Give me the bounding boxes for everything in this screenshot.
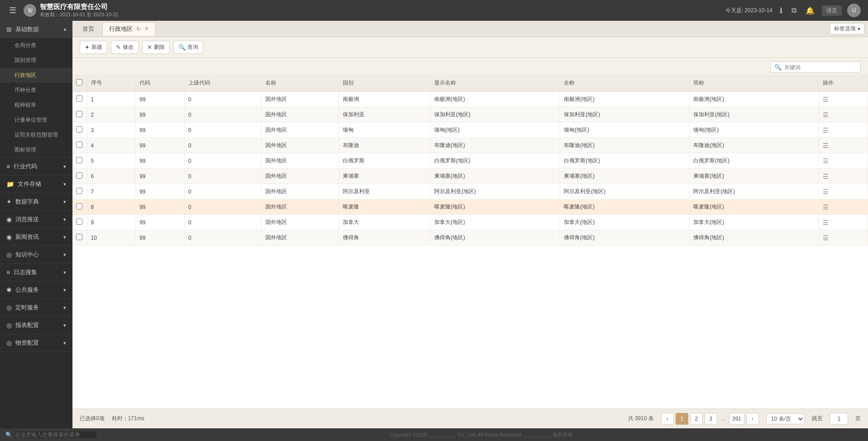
page-btn-3[interactable]: 3 xyxy=(705,413,717,425)
row-checkbox[interactable] xyxy=(76,126,82,133)
table-row: 3 99 0 国外地区 缅甸 缅甸(地区) 缅甸(地区) 缅甸(地区) ☰ xyxy=(72,123,868,138)
tag-selector[interactable]: 标签选项 ▾ xyxy=(830,23,864,34)
tab-close-icon[interactable]: ✕ xyxy=(144,26,149,32)
col-header-country: 国别 xyxy=(339,75,430,92)
date-info: 今天是: 2023-10-14 xyxy=(725,7,772,14)
row-checkbox[interactable] xyxy=(76,218,82,225)
sidebar-item-admin-area[interactable]: 行政地区 xyxy=(0,68,72,83)
chevron-icon-report: ▾ xyxy=(63,322,66,328)
page-prev-btn[interactable]: ‹ xyxy=(661,413,674,425)
hamburger-button[interactable]: ☰ xyxy=(7,4,18,17)
sidebar-item-unit-mgmt[interactable]: 计量单位管理 xyxy=(0,113,72,128)
chevron-icon-public: ▾ xyxy=(63,287,66,293)
row-checkbox[interactable] xyxy=(76,234,82,240)
sidebar-item-global-classify[interactable]: 全局分类 xyxy=(0,38,72,53)
delete-button[interactable]: ✕ 删除 xyxy=(142,41,170,54)
bell-icon-button[interactable]: 🔔 xyxy=(804,5,816,17)
logo-area: 智 智慧医疗有限责任公司 有效期：2021-10-01 至 2023-10-31 xyxy=(24,3,119,18)
sidebar-main-basic-data[interactable]: ⊞ 基础数据 ▾ xyxy=(0,21,72,38)
row-checkbox[interactable] xyxy=(76,188,82,194)
edit-button[interactable]: ✎ 修改 xyxy=(111,41,139,54)
sidebar-item-country-mgmt[interactable]: 国别管理 xyxy=(0,53,72,68)
language-button[interactable]: 语言 xyxy=(822,5,842,16)
sidebar-item-tax[interactable]: 税种税率 xyxy=(0,98,72,113)
row-parent-code: 0 xyxy=(184,199,262,215)
sidebar-section-industry: ≡ 行业代码 ▾ xyxy=(0,158,72,175)
chevron-icon-dict: ▾ xyxy=(63,199,66,205)
tab-refresh-icon[interactable]: ↻ xyxy=(136,26,141,32)
row-name: 国外地区 xyxy=(262,199,339,215)
row-name: 国外地区 xyxy=(262,184,339,199)
select-all-checkbox[interactable] xyxy=(76,79,82,85)
tab-admin-area-label: 行政地区 xyxy=(109,25,133,33)
row-checkbox[interactable] xyxy=(76,172,82,179)
row-checkbox[interactable] xyxy=(76,95,82,102)
row-checkbox[interactable] xyxy=(76,203,82,209)
jump-input[interactable] xyxy=(830,413,848,425)
row-action-icon[interactable]: ☰ xyxy=(823,142,829,149)
row-full-name: 喀麦隆(地区) xyxy=(560,199,690,215)
sidebar-item-cert-mgmt[interactable]: 证照关联范围管理 xyxy=(0,128,72,142)
sidebar-item-industry-code[interactable]: ≡ 行业代码 ▾ xyxy=(0,158,72,175)
new-button[interactable]: ✦ 新建 xyxy=(80,41,107,54)
row-display-name: 加拿大(地区) xyxy=(431,215,560,230)
page-btn-1[interactable]: 1 xyxy=(676,413,688,425)
sidebar-item-material-config[interactable]: ◎ 物资配置 ▾ xyxy=(0,334,72,351)
total-rows: 共 3910 条 xyxy=(628,415,654,422)
table-row: 9 99 0 国外地区 加拿大 加拿大(地区) 加拿大(地区) 加拿大(地区) … xyxy=(72,215,868,230)
sidebar-item-news[interactable]: ◉ 新闻资讯 ▾ xyxy=(0,228,72,246)
sidebar-item-log-collect[interactable]: ≡ 日志搜集 ▾ xyxy=(0,264,72,281)
sidebar-item-timing-service[interactable]: ◎ 定时服务 ▾ xyxy=(0,299,72,316)
row-action: ☰ xyxy=(819,199,868,215)
row-short-name: 喀麦隆(地区) xyxy=(690,199,819,215)
table-row: 5 99 0 国外地区 白俄罗斯 白俄罗斯(地区) 白俄罗斯(地区) 白俄罗斯(… xyxy=(72,153,868,169)
sidebar-item-currency[interactable]: 币种分类 xyxy=(0,83,72,98)
sidebar-label-knowledge: 知识中心 xyxy=(15,251,39,259)
row-action-icon[interactable]: ☰ xyxy=(823,127,829,134)
row-action-icon[interactable]: ☰ xyxy=(823,111,829,119)
search-input[interactable] xyxy=(784,64,857,71)
sidebar-item-knowledge[interactable]: ◎ 知识中心 ▾ xyxy=(0,246,72,263)
tab-admin-area[interactable]: 行政地区 ↻ ✕ xyxy=(102,22,155,36)
row-action-icon[interactable]: ☰ xyxy=(823,204,829,211)
row-checkbox[interactable] xyxy=(76,157,82,163)
row-action-icon[interactable]: ☰ xyxy=(823,219,829,226)
page-size-select[interactable]: 10 条/页 20 条/页 50 条/页 100 条/页 xyxy=(766,413,805,424)
row-country: 南极洲 xyxy=(339,92,430,107)
pagination: ‹ 1 2 3 ... 391 › xyxy=(661,413,759,425)
col-header-id: 序号 xyxy=(87,75,136,92)
user-avatar[interactable]: U xyxy=(847,4,861,17)
sidebar-section-dict: ✦ 数据字典 ▾ xyxy=(0,193,72,211)
sidebar-item-msg-push[interactable]: ◉ 消息推送 ▾ xyxy=(0,211,72,228)
row-checkbox[interactable] xyxy=(76,111,82,117)
row-code: 99 xyxy=(136,169,185,184)
row-action-icon[interactable]: ☰ xyxy=(823,188,829,195)
row-code: 99 xyxy=(136,92,185,107)
page-btn-last[interactable]: 391 xyxy=(729,413,744,425)
bottom-search-input[interactable] xyxy=(15,432,96,438)
sidebar-label-timing-service: 定时服务 xyxy=(15,303,39,312)
row-action-icon[interactable]: ☰ xyxy=(823,157,829,165)
row-checkbox[interactable] xyxy=(76,142,82,148)
row-short-name: 保加利亚(地区) xyxy=(690,107,819,123)
row-action-icon[interactable]: ☰ xyxy=(823,96,829,103)
sidebar-item-file-storage[interactable]: 📁 文件存储 ▾ xyxy=(0,175,72,193)
row-action-icon[interactable]: ☰ xyxy=(823,234,829,242)
page-btn-2[interactable]: 2 xyxy=(690,413,703,425)
row-parent-code: 0 xyxy=(184,184,262,199)
sidebar-label-industry-code: 行业代码 xyxy=(14,162,37,171)
row-action-icon[interactable]: ☰ xyxy=(823,173,829,180)
page-next-btn[interactable]: › xyxy=(746,413,759,425)
info-icon-button[interactable]: ℹ xyxy=(778,5,784,17)
delete-icon: ✕ xyxy=(147,44,152,51)
sidebar-item-public-service[interactable]: ✱ 公共服务 ▾ xyxy=(0,281,72,299)
search-button[interactable]: 🔍 查询 xyxy=(173,41,203,54)
row-display-name: 喀麦隆(地区) xyxy=(431,199,560,215)
sidebar-item-report-config[interactable]: ◎ 报表配置 ▾ xyxy=(0,317,72,334)
tab-home[interactable]: 首页 xyxy=(76,22,101,36)
copy-icon-button[interactable]: ⧉ xyxy=(790,5,798,16)
sidebar-item-data-dict[interactable]: ✦ 数据字典 ▾ xyxy=(0,193,72,210)
sidebar: ⊞ 基础数据 ▾ 全局分类 国别管理 行政地区 币种分类 税种税率 计量单位管理… xyxy=(0,21,72,428)
row-full-name: 布隆迪(地区) xyxy=(560,138,690,153)
sidebar-item-icon-mgmt[interactable]: 图标管理 xyxy=(0,142,72,157)
